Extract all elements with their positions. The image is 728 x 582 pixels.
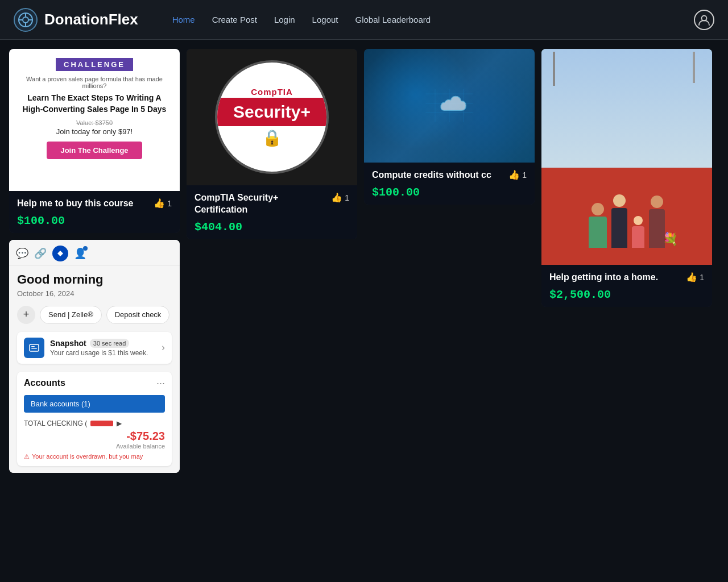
logo-area: DonationFlex <box>14 8 138 32</box>
card1-amount: $100.00 <box>17 214 172 227</box>
challenge-price: Join today for only $97! <box>56 127 133 136</box>
card-home[interactable]: 💐 Help getting into a home. 👍 1 $2,500.0… <box>541 49 712 307</box>
chase-icon <box>52 246 68 261</box>
card1-title: Help me to buy this course <box>17 198 149 210</box>
pole-right <box>693 52 695 83</box>
challenge-badge: CHALLENGE <box>56 58 133 71</box>
card1-column: CHALLENGE Want a proven sales page formu… <box>9 49 180 473</box>
card2-title: CompTIA Security+ Certification <box>195 192 326 216</box>
bank-accounts-button[interactable]: Bank accounts (1) <box>24 395 165 413</box>
snapshot-arrow-icon: › <box>162 342 165 354</box>
add-action-button[interactable]: + <box>17 306 35 324</box>
nav-global-leaderboard[interactable]: Global Leaderboard <box>355 15 431 24</box>
nav-login[interactable]: Login <box>274 15 295 24</box>
user-icon[interactable] <box>694 10 714 30</box>
family-scene: 💐 <box>541 49 712 265</box>
card2-amount: $404.00 <box>195 221 349 234</box>
snapshot-badge: 30 sec read <box>90 339 129 348</box>
banking-actions: + Send | Zelle® Deposit check <box>17 306 172 324</box>
thumb-icon: 👍 <box>686 272 697 282</box>
snapshot-box[interactable]: Snapshot 30 sec read Your card usage is … <box>17 332 172 364</box>
challenge-value: Value: $3750 <box>76 119 113 126</box>
banking-date: October 16, 2024 <box>17 289 172 298</box>
card-help-course[interactable]: CHALLENGE Want a proven sales page formu… <box>9 49 180 233</box>
deposit-check-button[interactable]: Deposit check <box>106 306 170 324</box>
accounts-title: Accounts <box>24 378 65 388</box>
card2-likes[interactable]: 👍 1 <box>331 192 349 203</box>
comptia-product-text: Security+ <box>233 102 311 121</box>
card4-title: Help getting into a home. <box>549 272 681 284</box>
header: DonationFlex Home Create Post Login Logo… <box>0 0 728 40</box>
flowers-decoration: 💐 <box>663 232 678 247</box>
cards-grid: CHALLENGE Want a proven sales page formu… <box>0 40 728 482</box>
challenge-heading: Learn The Exact Steps To Writing A High-… <box>20 93 168 115</box>
join-challenge-button[interactable]: Join The Challenge <box>47 142 142 159</box>
card4-image-area: 💐 <box>541 49 712 265</box>
banking-icons: 💬 🔗 👤 <box>16 246 86 261</box>
card2-info: CompTIA Security+ Certification 👍 1 $404… <box>187 185 357 239</box>
card3-amount: $100.00 <box>372 186 527 199</box>
card4-info: Help getting into a home. 👍 1 $2,500.00 <box>541 265 712 307</box>
available-balance-label: Available balance <box>24 443 165 450</box>
svg-point-1 <box>23 17 28 23</box>
snapshot-icon <box>24 338 44 358</box>
thumb-icon: 👍 <box>331 192 342 203</box>
snapshot-text-area: Snapshot 30 sec read Your card usage is … <box>50 339 156 357</box>
banking-card: 💬 🔗 👤 Good morning October 16, 2024 + <box>9 240 180 473</box>
card3-title: Compute credits without cc <box>372 169 504 181</box>
accounts-header: Accounts ··· <box>24 377 165 389</box>
snapshot-desc: Your card usage is $1 this week. <box>50 349 156 357</box>
card1-info: Help me to buy this course 👍 1 $100.00 <box>9 191 180 233</box>
card4-amount: $2,500.00 <box>549 288 704 301</box>
main-nav: Home Create Post Login Logout Global Lea… <box>172 15 694 24</box>
snapshot-title: Snapshot <box>50 339 86 348</box>
checking-arrow-icon: ▶ <box>117 419 122 427</box>
thumb-icon: 👍 <box>508 169 520 180</box>
people-group <box>589 194 665 248</box>
card3-image-area <box>364 49 535 163</box>
warning-icon: ⚠ <box>24 453 30 460</box>
thumb-icon: 👍 <box>154 198 165 209</box>
bank-user-icon: 👤 <box>74 247 86 260</box>
accounts-more-icon[interactable]: ··· <box>156 377 165 389</box>
card-compute[interactable]: Compute credits without cc 👍 1 $100.00 <box>364 49 535 205</box>
redacted-account <box>90 421 113 426</box>
card1-likes[interactable]: 👍 1 <box>154 198 172 209</box>
account-balance: -$75.23 <box>24 430 165 443</box>
challenge-sub: Want a proven sales page formula that ha… <box>20 76 168 89</box>
cloud-svg <box>421 83 478 128</box>
send-zelle-button[interactable]: Send | Zelle® <box>40 306 102 324</box>
card2-image-area: CompTIA Security+ 🔒 <box>187 49 357 185</box>
banking-body: Good morning October 16, 2024 + Send | Z… <box>9 265 180 473</box>
svg-rect-10 <box>31 348 37 349</box>
banking-greeting: Good morning <box>17 272 172 287</box>
chat-icon: 💬 <box>16 247 28 260</box>
overdrawn-notice: ⚠ Your account is overdrawn, but you may <box>24 453 165 460</box>
checking-row: TOTAL CHECKING ( ▶ <box>24 417 165 430</box>
nav-home[interactable]: Home <box>172 15 195 24</box>
nav-create-post[interactable]: Create Post <box>212 15 257 24</box>
comptia-top-text: CompTIA <box>251 87 293 97</box>
card1-image-area: CHALLENGE Want a proven sales page formu… <box>9 49 180 191</box>
site-title: DonationFlex <box>44 11 138 28</box>
circuit-background <box>364 49 535 163</box>
comptia-badge: CompTIA Security+ 🔒 <box>215 60 329 174</box>
pole-left <box>553 52 555 86</box>
comptia-product-bar: Security+ <box>217 98 326 126</box>
nav-logout[interactable]: Logout <box>312 15 338 24</box>
card3-info: Compute credits without cc 👍 1 $100.00 <box>364 163 535 205</box>
card4-likes[interactable]: 👍 1 <box>686 272 704 282</box>
comptia-lock-icon: 🔒 <box>262 128 282 147</box>
checking-label: TOTAL CHECKING ( ▶ <box>24 419 122 427</box>
logo-icon <box>14 8 38 32</box>
card3-likes[interactable]: 👍 1 <box>508 169 527 180</box>
banking-topbar: 💬 🔗 👤 <box>9 240 180 265</box>
transfer-icon: 🔗 <box>34 247 47 260</box>
accounts-section: Accounts ··· Bank accounts (1) TOTAL CHE… <box>17 372 172 466</box>
card-comptia[interactable]: CompTIA Security+ 🔒 CompTIA Security+ Ce… <box>187 49 357 239</box>
svg-rect-9 <box>31 346 35 347</box>
